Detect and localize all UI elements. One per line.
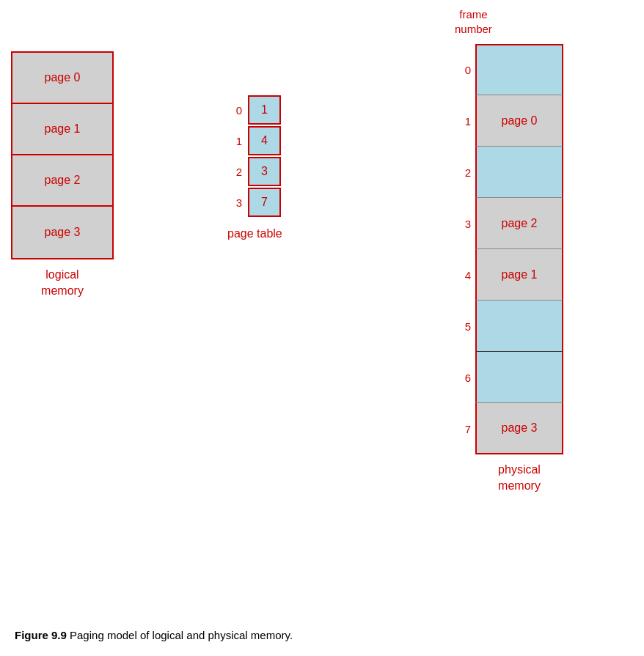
physical-memory-section: 0 1 page 0 2 3 page 2 4 page 1: [455, 44, 563, 495]
logical-page-1: page 1: [12, 104, 112, 155]
physical-memory-label: physical memory: [475, 462, 563, 495]
pt-index-2: 2: [227, 166, 242, 178]
physical-frame-3: 3 page 2: [455, 198, 563, 249]
logical-memory-box: page 0 page 1 page 2 page 3: [11, 51, 114, 259]
physical-frame-1: 1 page 0: [455, 95, 563, 147]
logical-page-3: page 3: [12, 207, 112, 258]
page-table-label: page table: [227, 227, 282, 240]
physical-frame-5: 5: [455, 301, 563, 352]
page-table-rows: 0 1 1 4 2 3 3 7: [227, 95, 282, 218]
pt-cell-1: 4: [248, 126, 281, 155]
figure-label: Figure 9.9: [15, 629, 67, 641]
caption-text: Paging model of logical and physical mem…: [67, 629, 293, 641]
pf-cell-2: [475, 147, 563, 198]
pt-index-0: 0: [227, 104, 242, 117]
pf-cell-6: [475, 352, 563, 403]
pf-number-4: 4: [455, 269, 471, 281]
pf-cell-7: page 3: [475, 403, 563, 454]
pf-number-7: 7: [455, 423, 471, 435]
pf-cell-0: [475, 44, 563, 95]
pf-number-6: 6: [455, 372, 471, 384]
logical-page-2: page 2: [12, 155, 112, 207]
figure-caption: Figure 9.9 Paging model of logical and p…: [15, 629, 293, 641]
logical-memory-section: page 0 page 1 page 2 page 3 logical memo…: [11, 51, 114, 300]
pt-row-0: 0 1: [227, 95, 282, 125]
frame-number-label: frame number: [455, 7, 492, 36]
pf-cell-3: page 2: [475, 198, 563, 249]
pf-cell-1: page 0: [475, 95, 563, 147]
physical-memory-rows: 0 1 page 0 2 3 page 2 4 page 1: [455, 44, 563, 454]
physical-frame-0: 0: [455, 44, 563, 95]
main-container: frame number page 0 page 1 page 2 page 3…: [0, 0, 644, 656]
logical-memory-label: logical memory: [11, 267, 114, 300]
pt-cell-0: 1: [248, 95, 281, 125]
pf-number-1: 1: [455, 115, 471, 128]
pt-index-3: 3: [227, 196, 242, 209]
physical-frame-2: 2: [455, 147, 563, 198]
pf-number-5: 5: [455, 320, 471, 333]
pf-cell-5: [475, 301, 563, 352]
pf-number-2: 2: [455, 166, 471, 179]
pt-cell-3: 7: [248, 188, 281, 217]
physical-frame-4: 4 page 1: [455, 249, 563, 301]
page-table-section: 0 1 1 4 2 3 3 7 page table: [227, 95, 282, 240]
pf-number-0: 0: [455, 64, 471, 76]
pt-row-3: 3 7: [227, 188, 282, 217]
logical-page-0: page 0: [12, 53, 112, 104]
pt-index-1: 1: [227, 135, 242, 147]
physical-frame-7: 7 page 3: [455, 403, 563, 454]
pt-row-1: 1 4: [227, 126, 282, 155]
pt-cell-2: 3: [248, 157, 281, 186]
pt-row-2: 2 3: [227, 157, 282, 186]
physical-frame-6: 6: [455, 352, 563, 403]
pf-cell-4: page 1: [475, 249, 563, 301]
pf-number-3: 3: [455, 218, 471, 230]
